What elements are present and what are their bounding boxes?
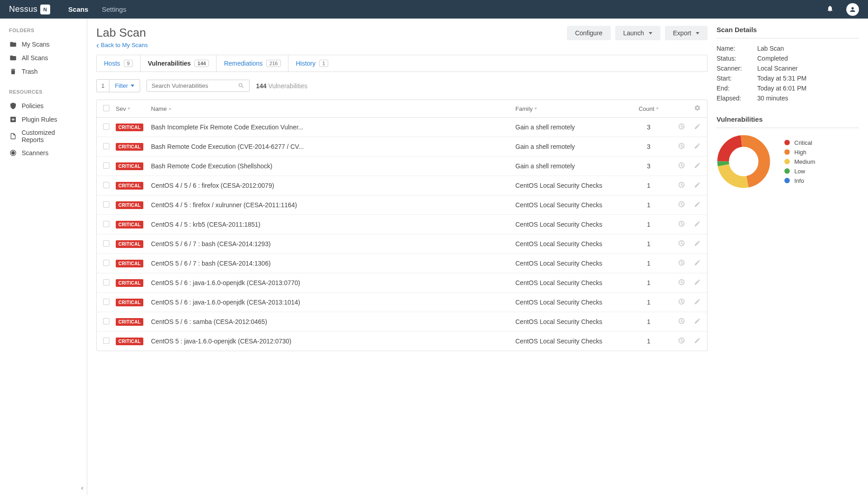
clock-icon[interactable] xyxy=(678,298,685,306)
table-row[interactable]: CRITICALBash Remote Code Execution (Shel… xyxy=(97,157,707,176)
row-checkbox[interactable] xyxy=(103,338,109,344)
vulnerability-family: CentOS Local Security Checks xyxy=(515,201,602,209)
column-count[interactable]: Count xyxy=(633,105,665,112)
row-checkbox[interactable] xyxy=(103,201,109,208)
edit-icon[interactable] xyxy=(694,201,701,209)
search-box[interactable] xyxy=(146,80,250,92)
vulnerabilities-heading: Vulnerabilities xyxy=(717,115,859,128)
clock-icon[interactable] xyxy=(678,279,685,287)
nav-scans[interactable]: Scans xyxy=(68,5,88,13)
row-checkbox[interactable] xyxy=(103,318,109,324)
sidebar-item-trash[interactable]: Trash xyxy=(9,65,78,78)
sidebar-item-all-scans[interactable]: All Scans xyxy=(9,51,78,65)
vulnerability-family: CentOS Local Security Checks xyxy=(515,221,602,228)
vulnerability-count: 1 xyxy=(633,318,665,325)
row-checkbox[interactable] xyxy=(103,240,109,247)
sidebar-item-plugin-rules[interactable]: Plugin Rules xyxy=(9,113,78,126)
tab-remediations[interactable]: Remediations 216 xyxy=(217,55,288,71)
clock-icon[interactable] xyxy=(678,337,685,345)
row-checkbox[interactable] xyxy=(103,299,109,305)
trash-icon xyxy=(9,67,17,76)
edit-icon[interactable] xyxy=(694,240,701,248)
sidebar-item-label: All Scans xyxy=(22,54,48,62)
bell-icon[interactable] xyxy=(826,5,834,14)
scan-details-panel: Scan Details Name:Lab Scan Status:Comple… xyxy=(717,26,859,102)
severity-badge: CRITICAL xyxy=(116,143,143,151)
sidebar-item-customized-reports[interactable]: Customized Reports xyxy=(9,126,78,146)
shield-icon xyxy=(9,102,17,110)
column-family[interactable]: Family xyxy=(515,105,633,112)
clock-icon[interactable] xyxy=(678,240,685,248)
export-button[interactable]: Export xyxy=(665,26,708,40)
table-row[interactable]: CRITICALBash Remote Code Execution (CVE-… xyxy=(97,137,707,157)
table-row[interactable]: CRITICALCentOS 5 / 6 : samba (CESA-2012:… xyxy=(97,312,707,332)
back-link[interactable]: Back to My Scans xyxy=(96,42,148,48)
edit-icon[interactable] xyxy=(694,162,701,170)
vulnerability-count: 3 xyxy=(633,143,665,150)
clock-icon[interactable] xyxy=(678,220,685,228)
vulnerability-name: CentOS 5 : java-1.6.0-openjdk (CESA-2012… xyxy=(151,338,292,345)
row-checkbox[interactable] xyxy=(103,221,109,227)
clock-icon[interactable] xyxy=(678,143,685,151)
select-all-checkbox[interactable] xyxy=(103,105,109,111)
clock-icon[interactable] xyxy=(678,181,685,190)
gear-icon[interactable] xyxy=(694,105,701,113)
table-row[interactable]: CRITICALCentOS 5 / 6 : java-1.6.0-openjd… xyxy=(97,293,707,312)
sidebar-item-scanners[interactable]: Scanners xyxy=(9,146,78,160)
table-row[interactable]: CRITICALCentOS 4 / 5 : krb5 (CESA-2011:1… xyxy=(97,215,707,234)
clock-icon[interactable] xyxy=(678,259,685,267)
edit-icon[interactable] xyxy=(694,318,701,326)
user-avatar[interactable] xyxy=(846,3,859,16)
nav-settings[interactable]: Settings xyxy=(102,5,126,13)
table-row[interactable]: CRITICALCentOS 5 / 6 / 7 : bash (CESA-20… xyxy=(97,254,707,273)
table-row[interactable]: CRITICALCentOS 5 : java-1.6.0-openjdk (C… xyxy=(97,332,707,351)
vulnerability-family: Gain a shell remotely xyxy=(515,143,575,150)
row-checkbox[interactable] xyxy=(103,143,109,149)
edit-icon[interactable] xyxy=(694,298,701,306)
clock-icon[interactable] xyxy=(678,318,685,326)
logo[interactable]: Nessus N xyxy=(9,5,50,14)
filter-toggle[interactable]: 1 Filter xyxy=(96,79,140,92)
clock-icon[interactable] xyxy=(678,123,685,131)
edit-icon[interactable] xyxy=(694,181,701,190)
edit-icon[interactable] xyxy=(694,143,701,151)
table-row[interactable]: CRITICALCentOS 4 / 5 / 6 : firefox (CESA… xyxy=(97,176,707,195)
edit-icon[interactable] xyxy=(694,337,701,345)
brand-text: Nessus xyxy=(9,5,38,14)
vulnerability-family: Gain a shell remotely xyxy=(515,124,575,131)
vulnerability-name: Bash Incomplete Fix Remote Code Executio… xyxy=(151,124,303,131)
configure-button[interactable]: Configure xyxy=(567,26,611,40)
legend-info: Info xyxy=(784,177,815,184)
logo-badge-icon: N xyxy=(40,5,50,14)
row-checkbox[interactable] xyxy=(103,162,109,169)
edit-icon[interactable] xyxy=(694,220,701,228)
chevron-down-icon xyxy=(696,32,699,34)
tab-hosts[interactable]: Hosts 9 xyxy=(97,55,141,71)
clock-icon[interactable] xyxy=(678,201,685,209)
table-row[interactable]: CRITICALCentOS 5 / 6 / 7 : bash (CESA-20… xyxy=(97,234,707,254)
edit-icon[interactable] xyxy=(694,123,701,131)
search-input[interactable] xyxy=(151,82,238,89)
sidebar-item-my-scans[interactable]: My Scans xyxy=(9,38,78,51)
table-row[interactable]: CRITICALCentOS 4 / 5 : firefox / xulrunn… xyxy=(97,195,707,215)
row-checkbox[interactable] xyxy=(103,279,109,286)
column-name[interactable]: Name xyxy=(151,105,515,112)
table-row[interactable]: CRITICALCentOS 5 / 6 : java-1.6.0-openjd… xyxy=(97,273,707,293)
vulnerability-family: CentOS Local Security Checks xyxy=(515,338,602,345)
tab-vulnerabilities[interactable]: Vulnerabilities 144 xyxy=(141,55,217,71)
row-checkbox[interactable] xyxy=(103,182,109,188)
tab-history[interactable]: History 1 xyxy=(288,55,335,71)
row-checkbox[interactable] xyxy=(103,124,109,130)
table-header: Sev Name Family Count xyxy=(97,100,707,118)
vulnerability-name: CentOS 5 / 6 : samba (CESA-2012:0465) xyxy=(151,318,267,325)
vulnerability-name: CentOS 5 / 6 : java-1.6.0-openjdk (CESA-… xyxy=(151,279,300,286)
row-checkbox[interactable] xyxy=(103,260,109,266)
launch-button[interactable]: Launch xyxy=(615,26,660,40)
column-severity[interactable]: Sev xyxy=(116,105,151,112)
edit-icon[interactable] xyxy=(694,279,701,287)
sidebar-collapse-icon[interactable]: ‹‹ xyxy=(81,484,82,491)
clock-icon[interactable] xyxy=(678,162,685,170)
table-row[interactable]: CRITICALBash Incomplete Fix Remote Code … xyxy=(97,118,707,137)
sidebar-item-policies[interactable]: Policies xyxy=(9,99,78,113)
edit-icon[interactable] xyxy=(694,259,701,267)
